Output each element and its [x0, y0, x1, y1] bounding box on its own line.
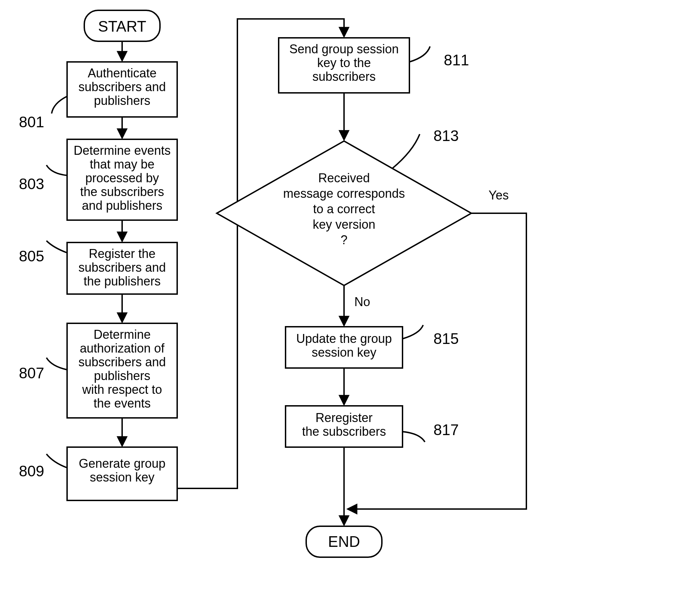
end-label: END	[328, 533, 360, 550]
box-811-l2: key to the	[317, 56, 371, 70]
decision-813-l5: ?	[341, 233, 347, 247]
box-801-l3: publishers	[94, 94, 150, 108]
box-811-l1: Send group session	[289, 42, 399, 56]
ref-815: 815	[433, 330, 459, 347]
decision-813-l4: key version	[313, 217, 375, 231]
box-805-l2: subscribers and	[78, 260, 166, 274]
ref-813: 813	[433, 127, 459, 144]
box-803-l4: the subscribers	[80, 185, 164, 199]
edge-yes-label: Yes	[489, 188, 509, 202]
box-807-l1: Determine	[94, 327, 151, 342]
decision-813-l3: to a correct	[313, 202, 375, 216]
lead-811	[409, 46, 430, 62]
box-809-l2: session key	[90, 470, 154, 484]
box-807-l2: authorization of	[80, 341, 165, 355]
box-803-l5: and publishers	[82, 198, 162, 213]
box-817-l2: the subscribers	[302, 424, 386, 439]
box-803-l3: processed by	[85, 171, 159, 185]
box-811-l3: subscribers	[312, 69, 376, 84]
ref-801: 801	[19, 114, 44, 130]
box-807-l6: the events	[94, 396, 151, 410]
box-807-l5: with respect to	[82, 382, 162, 397]
box-805-l1: Register the	[89, 247, 156, 261]
lead-815	[403, 325, 423, 339]
lead-813	[392, 134, 420, 169]
box-807-l3: subscribers and	[78, 355, 166, 369]
box-809-l1: Generate group	[79, 456, 165, 471]
box-805-l3: the publishers	[84, 274, 161, 288]
ref-807: 807	[19, 365, 44, 381]
edge-no-label: No	[354, 295, 370, 309]
lead-807	[46, 358, 67, 370]
box-803-l1: Determine events	[74, 143, 171, 158]
lead-801	[52, 96, 67, 114]
start-label: START	[98, 18, 146, 35]
decision-813-l1: Received	[318, 171, 370, 185]
lead-803	[46, 165, 67, 175]
ref-811: 811	[444, 52, 469, 68]
ref-805: 805	[19, 248, 44, 264]
lead-805	[46, 241, 67, 253]
box-807-l4: publishers	[94, 369, 150, 383]
ref-817: 817	[433, 421, 459, 438]
decision-813-l2: message corresponds	[283, 186, 405, 201]
box-803-l2: that may be	[90, 157, 154, 171]
box-815-l1: Update the group	[296, 332, 392, 346]
flowchart: START Authenticate subscribers and publi…	[0, 0, 686, 616]
ref-803: 803	[19, 175, 44, 192]
ref-809: 809	[19, 463, 44, 479]
lead-809	[46, 454, 67, 468]
lead-817	[403, 432, 425, 442]
box-801-l2: subscribers and	[78, 80, 166, 94]
box-817-l1: Reregister	[315, 411, 373, 425]
box-815-l2: session key	[312, 345, 376, 359]
box-801-l1: Authenticate	[88, 66, 157, 80]
